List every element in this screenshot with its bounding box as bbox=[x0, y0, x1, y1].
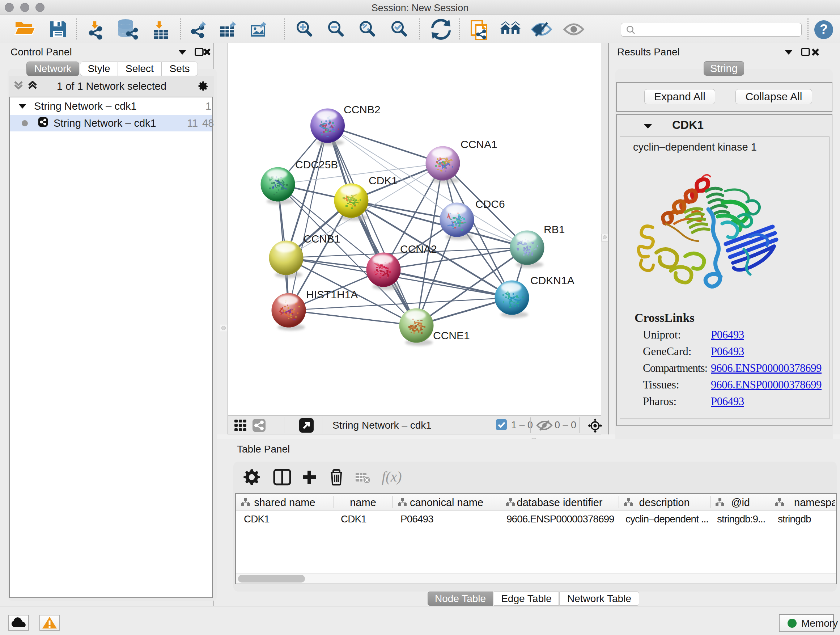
svg-text:CCNE1: CCNE1 bbox=[433, 329, 470, 341]
svg-text:CCNB1: CCNB1 bbox=[303, 233, 340, 245]
svg-text:CDC25B: CDC25B bbox=[295, 158, 338, 171]
svg-text:RB1: RB1 bbox=[544, 223, 565, 235]
svg-text:CCNB2: CCNB2 bbox=[344, 103, 381, 116]
svg-text:HIST1H1A: HIST1H1A bbox=[306, 288, 358, 301]
svg-text:f(x): f(x) bbox=[382, 469, 402, 485]
svg-text:CDKN1A: CDKN1A bbox=[531, 274, 575, 287]
svg-text:CCNA2: CCNA2 bbox=[400, 243, 437, 255]
svg-text:CDK1: CDK1 bbox=[369, 174, 398, 187]
svg-text:CCNA1: CCNA1 bbox=[461, 138, 497, 150]
svg-text:CDC6: CDC6 bbox=[475, 198, 505, 210]
